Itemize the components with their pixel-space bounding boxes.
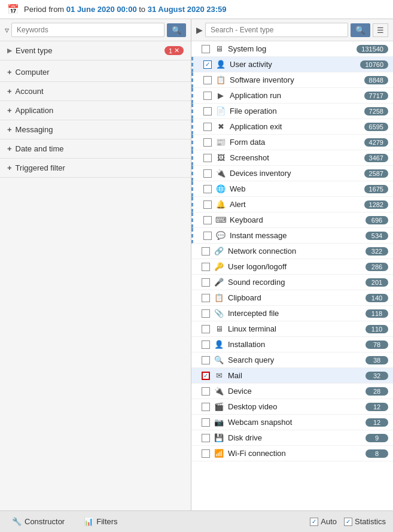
- event-checkbox[interactable]: [203, 216, 212, 224]
- event-item[interactable]: 🔌Device28: [191, 384, 393, 399]
- event-item[interactable]: 🔑User logon/logoff286: [191, 259, 393, 275]
- event-icon: 🎬: [214, 402, 224, 411]
- event-count: 2587: [364, 169, 388, 178]
- filter-group-header-application[interactable]: + Application: [0, 101, 191, 120]
- event-item[interactable]: ✉Mail32: [191, 368, 393, 384]
- event-checkbox[interactable]: [203, 107, 212, 115]
- event-checkbox[interactable]: [203, 232, 212, 240]
- event-item[interactable]: 👤Installation78: [191, 337, 393, 352]
- event-checkbox[interactable]: [203, 123, 212, 131]
- event-checkbox[interactable]: [202, 247, 210, 256]
- auto-check-item[interactable]: Auto: [310, 517, 337, 526]
- event-item[interactable]: 💬Instant message534: [191, 228, 393, 244]
- event-item[interactable]: 🔔Alert1282: [191, 197, 393, 212]
- event-item[interactable]: 📰Form data4279: [191, 135, 393, 150]
- event-checkbox[interactable]: [202, 372, 210, 380]
- event-item[interactable]: ✖Application exit6595: [191, 119, 393, 135]
- plus-icon-application: +: [7, 106, 12, 115]
- calendar-icon: 📅: [7, 4, 19, 15]
- event-checkbox[interactable]: [202, 263, 210, 271]
- menu-button[interactable]: ☰: [373, 23, 388, 37]
- event-type-search-input[interactable]: [205, 23, 348, 37]
- event-checkbox[interactable]: [202, 294, 210, 302]
- event-type-badge[interactable]: 1 ✕: [164, 46, 184, 55]
- filter-icon[interactable]: ▿: [5, 25, 9, 35]
- filter-group-label-application: Application: [16, 106, 54, 115]
- event-checkbox[interactable]: [202, 434, 210, 442]
- filter-group-label-account: Account: [16, 87, 44, 96]
- event-type-label: ▶ Event type: [7, 46, 164, 55]
- event-checkbox[interactable]: [203, 169, 212, 178]
- event-item[interactable]: 🔍Search query38: [191, 352, 393, 368]
- event-checkbox[interactable]: [203, 200, 212, 209]
- event-item[interactable]: 📶Wi-Fi connection8: [191, 446, 393, 461]
- event-item[interactable]: 🖥Linux terminal110: [191, 321, 393, 337]
- filter-group-header-computer[interactable]: + Computer: [0, 63, 191, 81]
- event-item[interactable]: 📎Intercepted file118: [191, 306, 393, 321]
- event-item[interactable]: 💾Disk drive9: [191, 430, 393, 446]
- statistics-check-item[interactable]: Statistics: [344, 517, 386, 526]
- event-checkbox[interactable]: [203, 138, 212, 147]
- event-label: Application run: [230, 91, 361, 100]
- filters-button[interactable]: 📊 Filters: [79, 515, 122, 528]
- filter-group-header-triggered[interactable]: + Triggered filter: [0, 159, 191, 177]
- event-label: User activity: [230, 60, 357, 69]
- event-item[interactable]: 🖥System log131540: [191, 41, 393, 57]
- event-count: 7258: [364, 107, 388, 115]
- statistics-checkbox[interactable]: [344, 518, 352, 526]
- event-icon: 🖼: [215, 153, 226, 162]
- event-item[interactable]: 📋Clipboard140: [191, 290, 393, 306]
- event-checkbox[interactable]: [202, 45, 210, 53]
- badge-close[interactable]: ✕: [174, 47, 179, 54]
- event-checkbox[interactable]: [202, 403, 210, 411]
- event-checkbox[interactable]: [203, 185, 212, 193]
- event-item[interactable]: 📄File operation7258: [191, 104, 393, 119]
- auto-checkbox[interactable]: [310, 518, 318, 526]
- event-label: Network connection: [228, 247, 362, 256]
- left-search-button[interactable]: 🔍: [167, 23, 186, 37]
- event-checkbox[interactable]: [202, 278, 210, 287]
- event-checkbox[interactable]: [203, 76, 212, 84]
- event-icon: 📶: [214, 449, 224, 458]
- header: 📅 Period from 01 June 2020 00:00 to 31 A…: [0, 0, 393, 19]
- event-count: 8: [365, 449, 388, 458]
- badge-count: 1: [169, 47, 172, 54]
- event-list: 🖥System log131540👤User activity10760📋Sof…: [191, 41, 393, 510]
- event-item[interactable]: 🌐Web1675: [191, 181, 393, 197]
- event-item[interactable]: 📷Webcam snapshot12: [191, 415, 393, 430]
- wrench-icon: 🔧: [12, 517, 22, 526]
- left-filters: + Computer + Account + Application +: [0, 60, 191, 510]
- event-checkbox[interactable]: [203, 60, 212, 69]
- event-checkbox[interactable]: [202, 449, 210, 458]
- event-checkbox[interactable]: [202, 418, 210, 427]
- event-item[interactable]: 🔌Devices inventory2587: [191, 166, 393, 181]
- event-count: 6595: [364, 123, 388, 131]
- event-checkbox[interactable]: [203, 154, 212, 162]
- event-count: 7717: [364, 92, 388, 100]
- event-item[interactable]: ▶Application run7717: [191, 88, 393, 104]
- keywords-input[interactable]: [11, 23, 164, 37]
- filter-group-header-account[interactable]: + Account: [0, 82, 191, 101]
- filter-group-application: + Application: [0, 101, 191, 120]
- event-checkbox[interactable]: [202, 341, 210, 349]
- event-item[interactable]: 📋Software inventory8848: [191, 72, 393, 88]
- event-checkbox[interactable]: [202, 325, 210, 333]
- event-item[interactable]: 🎤Sound recording201: [191, 275, 393, 290]
- event-item[interactable]: 🔗Network connection322: [191, 244, 393, 259]
- event-type-filter[interactable]: ▶ Event type 1 ✕: [0, 41, 191, 60]
- event-checkbox[interactable]: [202, 356, 210, 364]
- event-item[interactable]: ⌨Keyboard696: [191, 212, 393, 228]
- filter-group-header-messaging[interactable]: + Messaging: [0, 120, 191, 139]
- event-checkbox[interactable]: [202, 309, 210, 318]
- event-count: 3467: [364, 154, 388, 162]
- event-checkbox[interactable]: [203, 92, 212, 100]
- event-checkbox[interactable]: [202, 387, 210, 396]
- event-item[interactable]: 🎬Desktop video12: [191, 399, 393, 415]
- event-count: 1282: [364, 200, 388, 209]
- filter-group-header-datetime[interactable]: + Date and time: [0, 139, 191, 158]
- event-label: Software inventory: [230, 75, 361, 84]
- constructor-button[interactable]: 🔧 Constructor: [7, 515, 69, 528]
- event-item[interactable]: 🖼Screenshot3467: [191, 150, 393, 166]
- right-search-button[interactable]: 🔍: [351, 23, 370, 37]
- event-item[interactable]: 👤User activity10760: [191, 57, 393, 72]
